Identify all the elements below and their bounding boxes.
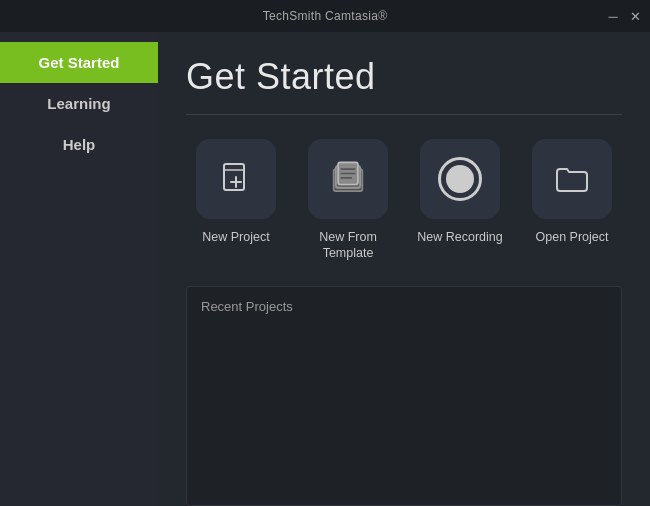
new-recording-label: New Recording <box>417 229 502 245</box>
app-title: TechSmith Camtasia® <box>263 9 388 23</box>
open-project-label: Open Project <box>536 229 609 245</box>
new-from-template-icon-box <box>308 139 388 219</box>
new-from-template-label: New From Template <box>298 229 398 262</box>
svg-rect-0 <box>224 164 244 190</box>
open-project-icon <box>553 160 591 198</box>
new-project-label: New Project <box>202 229 269 245</box>
recording-icon <box>438 157 482 201</box>
close-button[interactable]: ✕ <box>628 9 642 23</box>
page-title: Get Started <box>186 56 622 98</box>
sidebar: Get Started Learning Help <box>0 32 158 506</box>
open-project-button[interactable]: Open Project <box>522 139 622 262</box>
actions-row: New Project New From Template <box>186 139 622 262</box>
new-from-template-button[interactable]: New From Template <box>298 139 398 262</box>
minimize-button[interactable]: ─ <box>606 9 620 23</box>
recording-dot <box>446 165 474 193</box>
titlebar: TechSmith Camtasia® ─ ✕ <box>0 0 650 32</box>
new-project-icon <box>217 160 255 198</box>
sidebar-item-help[interactable]: Help <box>0 124 158 165</box>
new-project-icon-box <box>196 139 276 219</box>
sidebar-item-learning[interactable]: Learning <box>0 83 158 124</box>
template-icon <box>327 158 369 200</box>
new-recording-button[interactable]: New Recording <box>410 139 510 262</box>
divider <box>186 114 622 115</box>
window-controls: ─ ✕ <box>606 9 642 23</box>
open-project-icon-box <box>532 139 612 219</box>
app-body: Get Started Learning Help Get Started <box>0 32 650 506</box>
main-content: Get Started New Project <box>158 32 650 506</box>
new-recording-icon-box <box>420 139 500 219</box>
sidebar-item-get-started[interactable]: Get Started <box>0 42 158 83</box>
recent-projects-section: Recent Projects <box>186 286 622 506</box>
new-project-button[interactable]: New Project <box>186 139 286 262</box>
recent-projects-label: Recent Projects <box>201 299 607 314</box>
